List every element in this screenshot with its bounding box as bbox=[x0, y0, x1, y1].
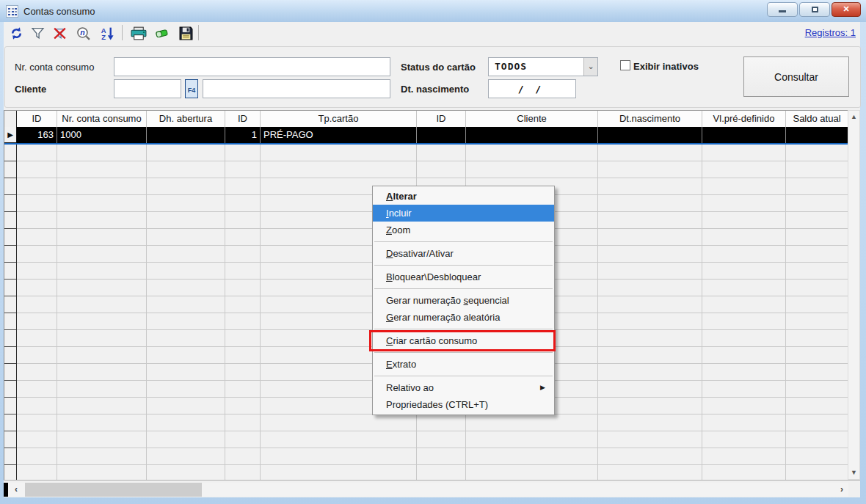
sort-az-icon[interactable]: AZ bbox=[98, 25, 117, 41]
cell-id3 bbox=[417, 127, 466, 143]
titlebar[interactable]: Contas consumo ✕ bbox=[0, 0, 866, 22]
menu-divider bbox=[374, 288, 553, 289]
column-header-saldo-atual[interactable]: Saldo atual bbox=[786, 111, 848, 127]
grid-column-divider bbox=[597, 145, 598, 481]
grid-column-divider bbox=[702, 145, 702, 481]
filter-icon[interactable] bbox=[28, 25, 47, 41]
refresh-icon[interactable] bbox=[7, 25, 26, 41]
svg-text:n: n bbox=[80, 28, 84, 37]
scroll-right-icon[interactable]: › bbox=[835, 483, 848, 497]
menu-item-criar-cartao-consumo[interactable]: Criar cartão consumo bbox=[373, 332, 554, 349]
column-header-nr-conta[interactable]: Nr. conta consumo bbox=[57, 111, 147, 127]
menu-item-gerar-numeracao-sequencial[interactable]: Gerar numeração sequencial bbox=[373, 292, 554, 309]
cell-id2: 1 bbox=[225, 127, 261, 143]
column-header-id3[interactable]: ID bbox=[417, 111, 466, 127]
grid-header-row: ID Nr. conta consumo Dh. abertura ID Tp.… bbox=[4, 111, 848, 127]
context-menu: Alterar Incluir Zoom Desativar/Ativar Bl… bbox=[372, 186, 555, 415]
exibir-inativos-checkbox[interactable] bbox=[620, 60, 630, 70]
menu-item-bloquear-desbloquear[interactable]: Bloquear\Desbloquear bbox=[373, 269, 554, 285]
menu-divider bbox=[374, 329, 553, 329]
cell-tp-cartao: PRÉ-PAGO bbox=[261, 127, 417, 143]
grid-bottom-border bbox=[4, 480, 860, 481]
menu-item-propriedades[interactable]: Propriedades (CTRL+T) bbox=[373, 396, 554, 413]
cliente-name-input[interactable] bbox=[203, 79, 390, 98]
status-cartao-select[interactable]: TODOS ⌄ bbox=[488, 57, 598, 76]
save-icon[interactable] bbox=[176, 25, 195, 41]
close-button[interactable]: ✕ bbox=[832, 2, 861, 17]
menu-item-zoom[interactable]: Zoom bbox=[373, 222, 554, 238]
minimize-button[interactable] bbox=[767, 2, 798, 17]
grid-column-divider bbox=[785, 145, 786, 481]
exibir-inativos-label: Exibir inativos bbox=[633, 61, 699, 72]
table-row-selected[interactable]: ▶ 163 1000 1 PRÉ-PAGO bbox=[4, 127, 848, 145]
cell-nr-conta: 1000 bbox=[57, 127, 147, 143]
close-icon: ✕ bbox=[843, 4, 849, 13]
cell-cliente bbox=[466, 127, 598, 143]
grid-column-divider bbox=[146, 145, 147, 481]
menu-divider bbox=[374, 265, 553, 266]
toolbar-divider bbox=[198, 25, 199, 40]
window-icon bbox=[6, 5, 18, 18]
column-header-id[interactable]: ID bbox=[17, 111, 57, 127]
minimize-icon bbox=[779, 10, 786, 12]
window-title: Contas consumo bbox=[23, 6, 95, 17]
column-header-dh-abertura[interactable]: Dh. abertura bbox=[147, 111, 225, 127]
svg-text:Z: Z bbox=[101, 33, 106, 40]
submenu-arrow-icon: ▶ bbox=[540, 379, 545, 396]
scroll-down-icon[interactable]: ▼ bbox=[848, 467, 859, 479]
nr-conta-label: Nr. conta consumo bbox=[15, 62, 94, 73]
cell-dt-nascimento bbox=[598, 127, 702, 143]
indicator-column bbox=[4, 145, 17, 481]
vertical-scrollbar[interactable]: ▲ ▼ bbox=[848, 110, 860, 480]
menu-item-extrato[interactable]: Extrato bbox=[373, 356, 554, 373]
registros-link[interactable]: Registros: 1 bbox=[805, 27, 856, 38]
grid-column-divider bbox=[57, 145, 57, 481]
cell-saldo-atual bbox=[786, 127, 848, 143]
eraser-icon[interactable] bbox=[153, 25, 172, 41]
frozen-column-marker bbox=[4, 483, 8, 497]
dt-nascimento-input[interactable] bbox=[488, 79, 576, 98]
zoom-n-icon[interactable]: n bbox=[73, 25, 92, 41]
column-header-cliente[interactable]: Cliente bbox=[466, 111, 598, 127]
cell-id: 163 bbox=[17, 127, 57, 143]
cliente-label: Cliente bbox=[15, 84, 46, 95]
app-window: Contas consumo ✕ n AZ Registros: 1 Nr. c… bbox=[0, 0, 866, 504]
menu-item-desativar-ativar[interactable]: Desativar/Ativar bbox=[373, 245, 554, 262]
filter-panel bbox=[4, 46, 861, 108]
grid-column-divider bbox=[225, 145, 225, 481]
column-header-tp-cartao[interactable]: Tp.cartão bbox=[261, 111, 417, 127]
column-header-dt-nascimento[interactable]: Dt.nascimento bbox=[598, 111, 702, 127]
status-cartao-label: Status do cartão bbox=[401, 62, 476, 73]
restore-button[interactable] bbox=[799, 2, 830, 17]
nr-conta-input[interactable] bbox=[114, 57, 390, 76]
grid-column-divider bbox=[260, 145, 261, 481]
column-header-vl-pre-definido[interactable]: Vl.pré-definido bbox=[702, 111, 786, 127]
menu-item-alterar[interactable]: Alterar bbox=[373, 188, 554, 205]
toolbar-divider bbox=[122, 25, 123, 40]
restore-icon bbox=[812, 7, 818, 12]
scroll-left-icon[interactable]: ‹ bbox=[10, 483, 23, 497]
menu-item-relativo-ao[interactable]: Relativo ao▶ bbox=[373, 379, 554, 396]
dt-nascimento-label: Dt. nascimento bbox=[401, 84, 469, 95]
cell-vl-pre-definido bbox=[702, 127, 786, 143]
status-cartao-value: TODOS bbox=[495, 61, 527, 72]
menu-divider bbox=[374, 241, 553, 242]
column-header-id2[interactable]: ID bbox=[225, 111, 261, 127]
scroll-up-icon[interactable]: ▲ bbox=[848, 111, 859, 123]
horizontal-scroll-thumb[interactable] bbox=[25, 483, 202, 497]
indicator-column-header bbox=[4, 111, 17, 127]
consultar-button[interactable]: Consultar bbox=[743, 56, 849, 97]
menu-item-incluir[interactable]: Incluir bbox=[373, 205, 554, 222]
horizontal-scrollbar[interactable]: ‹ › bbox=[4, 483, 848, 497]
menu-item-gerar-numeracao-aleatoria[interactable]: Gerar numeração aleatória bbox=[373, 309, 554, 326]
clear-filter-icon[interactable] bbox=[50, 25, 69, 41]
menu-divider bbox=[374, 376, 553, 376]
row-indicator-arrow-icon: ▶ bbox=[4, 127, 17, 143]
f4-lookup-button[interactable]: F4 bbox=[185, 79, 198, 98]
chevron-down-icon[interactable]: ⌄ bbox=[583, 58, 597, 76]
cell-dh-abertura bbox=[147, 127, 225, 143]
cliente-code-input[interactable] bbox=[114, 79, 181, 98]
print-icon[interactable] bbox=[129, 25, 148, 41]
